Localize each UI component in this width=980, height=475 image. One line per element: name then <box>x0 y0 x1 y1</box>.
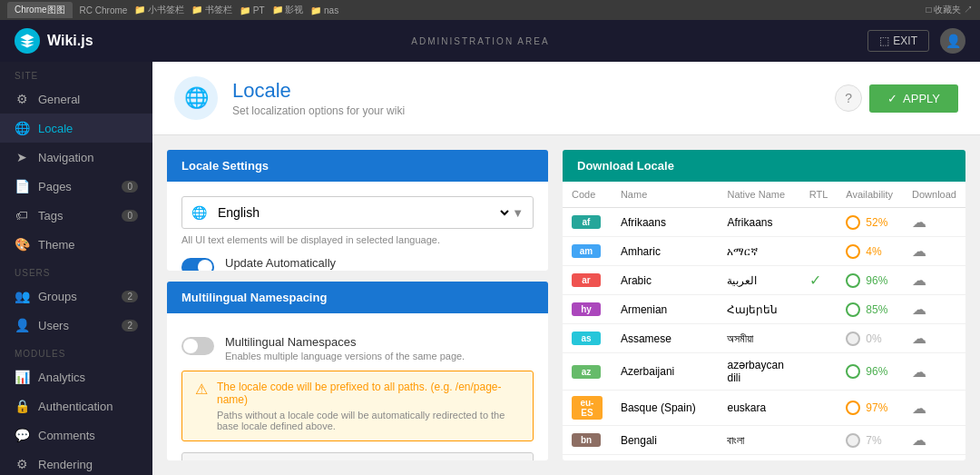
apply-button[interactable]: ✓ APPLY <box>869 84 958 113</box>
help-button[interactable]: ? <box>835 84 862 112</box>
lang-badge: eu-ES <box>572 396 603 420</box>
avail-percent: 0% <box>866 332 881 345</box>
locale-name-cell: Armenian <box>612 295 719 324</box>
locale-name-cell: Arabic <box>612 266 719 295</box>
download-locale-header: Download Locale <box>563 150 965 182</box>
availability-bar: 52% <box>846 215 894 230</box>
avail-percent: 96% <box>866 274 887 287</box>
locale-rtl-cell <box>800 426 838 455</box>
browser-bookmark[interactable]: 📁 PT <box>240 5 265 15</box>
sidebar-item-rendering[interactable]: ⚙ Rendering <box>0 450 152 475</box>
browser-bookmark[interactable]: 📁 影视 <box>272 4 304 16</box>
browser-right: □ 收藏夹 ↗ <box>926 4 973 16</box>
locale-avail-cell: 0% <box>837 324 903 353</box>
sidebar-item-pages[interactable]: 📄 Pages 0 <box>0 172 152 201</box>
sidebar-item-authentication[interactable]: 🔒 Authentication <box>0 391 152 421</box>
avail-percent: 52% <box>866 216 887 229</box>
locale-rtl-cell <box>800 324 838 353</box>
sidebar-label-authentication: Authentication <box>38 400 113 413</box>
download-button[interactable]: ☁ <box>912 401 926 416</box>
sidebar-item-groups[interactable]: 👥 Groups 2 <box>0 282 152 311</box>
browser-tab[interactable]: Chrome图图 <box>7 2 73 18</box>
namespace-section: 🌐 Active Namespaces ▼ List of locales en… <box>181 452 534 460</box>
site-locale-hint: All UI text elements will be displayed i… <box>181 234 534 245</box>
sidebar-item-locale[interactable]: 🌐 Locale <box>0 114 152 143</box>
page-subtitle: Set localization options for your wiki <box>232 104 405 117</box>
availability-bar: 85% <box>846 302 894 317</box>
availability-bar: 97% <box>846 401 894 415</box>
tags-badge: 0 <box>122 210 138 222</box>
app-logo: Wiki.js <box>15 28 93 54</box>
browser-bookmark[interactable]: RC Chrome <box>80 5 128 15</box>
locale-code-cell: bn <box>563 426 612 455</box>
locale-avail-cell: 96% <box>837 266 903 295</box>
lang-badge: as <box>572 332 601 345</box>
avail-circle <box>846 401 860 415</box>
multilingual-toggle[interactable] <box>181 337 214 355</box>
sidebar-item-general[interactable]: ⚙ General <box>0 84 152 114</box>
availability-bar: 0% <box>846 332 894 346</box>
update-auto-toggle[interactable] <box>181 258 214 271</box>
table-row: am Amharic አማርኛ 4% ☁ <box>563 237 965 266</box>
user-avatar[interactable]: 👤 <box>940 28 965 54</box>
col-avail: Availability <box>837 182 903 208</box>
availability-bar: 7% <box>846 433 894 448</box>
multilingual-toggle-knob <box>183 339 198 353</box>
download-button[interactable]: ☁ <box>912 243 926 259</box>
site-locale-group: 🌐 English French German Spanish ▼ All UI… <box>181 196 534 245</box>
site-locale-select[interactable]: English French German Spanish <box>214 197 512 228</box>
download-button[interactable]: ☁ <box>912 432 926 448</box>
table-row: bs-ba Bosnian (Bosnia and Herzegovina) b… <box>563 455 965 461</box>
locale-download-cell: ☁ <box>903 353 965 391</box>
users-icon: 👤 <box>15 318 29 332</box>
browser-bookmark[interactable]: 📁 nas <box>310 5 338 15</box>
sidebar-label-analytics: Analytics <box>38 371 85 384</box>
groups-icon: 👥 <box>15 289 29 303</box>
site-locale-wrapper[interactable]: 🌐 English French German Spanish ▼ <box>181 196 534 229</box>
download-button[interactable]: ☁ <box>912 302 926 317</box>
globe-icon: 🌐 <box>191 205 207 220</box>
locale-code-cell: ar <box>563 266 612 295</box>
sidebar-item-comments[interactable]: 💬 Comments <box>0 421 152 450</box>
browser-bookmark[interactable]: 📁 小书签栏 <box>134 4 184 16</box>
avail-circle <box>846 332 860 346</box>
download-button[interactable]: ☁ <box>912 331 926 346</box>
locale-rtl-cell <box>800 455 838 461</box>
sidebar-label-pages: Pages <box>38 180 72 193</box>
update-auto-text: Update Automatically Automatically downl… <box>225 256 534 271</box>
download-button[interactable]: ☁ <box>912 272 926 288</box>
warning-icon: ⚠ <box>195 381 208 431</box>
warning-sub: Paths without a locale code will be auto… <box>217 410 520 431</box>
col-native: Native Name <box>718 182 799 208</box>
warning-box: ⚠ The locale code will be prefixed to al… <box>181 371 534 441</box>
rtl-checkmark: ✓ <box>809 272 821 288</box>
browser-bookmark[interactable]: 📁 书签栏 <box>191 4 232 16</box>
exit-button[interactable]: ⬚ EXIT <box>867 30 929 52</box>
multilingual-text: Multilingual Namespaces Enables multiple… <box>225 335 465 361</box>
avail-circle <box>846 244 860 259</box>
sidebar-item-navigation[interactable]: ➤ Navigation <box>0 143 152 172</box>
locale-code-cell: am <box>563 237 612 266</box>
col-name: Name <box>612 182 719 208</box>
sidebar-item-tags[interactable]: 🏷 Tags 0 <box>0 201 152 230</box>
download-button[interactable]: ☁ <box>912 364 926 380</box>
sidebar-item-users[interactable]: 👤 Users 2 <box>0 311 152 340</box>
namespace-select[interactable]: Active Namespaces <box>214 453 512 460</box>
sidebar-label-groups: Groups <box>38 290 77 303</box>
locale-rtl-cell <box>800 295 838 324</box>
app-title: Wiki.js <box>47 33 93 49</box>
general-icon: ⚙ <box>15 92 29 106</box>
sidebar-item-analytics[interactable]: 📊 Analytics <box>0 362 152 391</box>
sidebar-item-theme[interactable]: 🎨 Theme <box>0 230 152 259</box>
locale-download-cell: ☁ <box>903 266 965 295</box>
namespace-wrapper[interactable]: 🌐 Active Namespaces ▼ <box>181 452 534 460</box>
table-row: as Assamese অসমীয়া 0% ☁ <box>563 324 965 353</box>
avail-circle <box>846 433 860 448</box>
page-header: 🌐 Locale Set localization options for yo… <box>152 62 980 135</box>
locale-rtl-cell <box>800 353 838 391</box>
avail-percent: 7% <box>866 434 881 447</box>
locale-native-cell: Հայերեն <box>718 295 799 324</box>
download-button[interactable]: ☁ <box>912 214 926 230</box>
locale-name-cell: Afrikaans <box>612 208 719 237</box>
apply-label: APPLY <box>903 92 940 105</box>
